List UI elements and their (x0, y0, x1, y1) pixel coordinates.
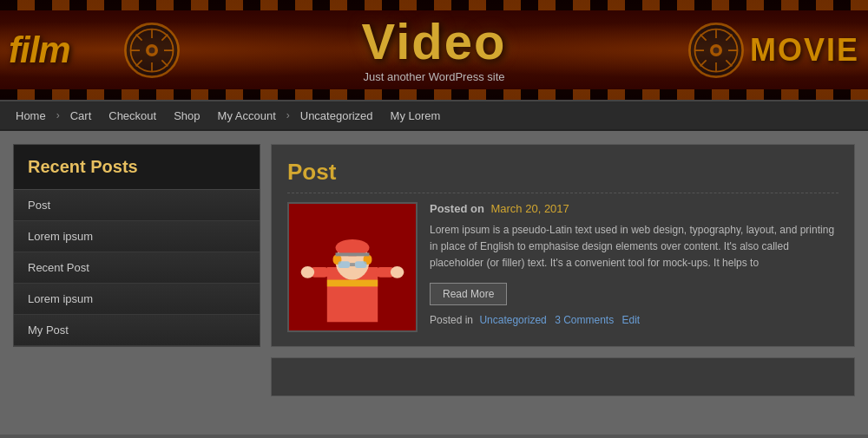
nav-checkout[interactable]: Checkout (100, 101, 165, 129)
nav-my-account[interactable]: My Account (209, 101, 285, 129)
site-header: film Video Just another WordPress site M… (0, 0, 868, 100)
header-film-right: MOVIE (677, 0, 868, 100)
nav-chevron-2: › (285, 109, 292, 121)
list-item: Recent Post (14, 252, 260, 284)
post-content-row: Posted on March 20, 2017 Lorem ipsum is … (287, 202, 838, 332)
nav-shop[interactable]: Shop (165, 101, 208, 129)
edit-link[interactable]: Edit (622, 314, 641, 326)
post-card-partial (271, 357, 855, 396)
nav-uncategorized[interactable]: Uncategorized (292, 101, 382, 129)
post-card: Post (271, 144, 855, 347)
svg-point-7 (713, 47, 720, 53)
thumbnail-image (289, 204, 416, 330)
svg-rect-18 (350, 263, 355, 266)
posted-on-label: Posted on (430, 202, 484, 215)
read-more-button[interactable]: Read More (430, 283, 507, 305)
recent-post-link-1[interactable]: Post (14, 190, 260, 220)
svg-rect-15 (336, 252, 370, 256)
post-title: Post (287, 159, 838, 193)
recent-post-link-4[interactable]: Lorem ipsum (14, 284, 260, 314)
svg-rect-17 (355, 261, 367, 268)
recent-post-link-2[interactable]: Lorem ipsum (14, 221, 260, 252)
content-area: Post (271, 144, 855, 422)
header-film-left: film (0, 0, 191, 100)
list-item: Lorem ipsum (14, 221, 260, 252)
recent-posts-widget: Recent Posts Post Lorem ipsum Recent Pos… (13, 144, 260, 347)
post-excerpt: Lorem ipsum is a pseudo-Latin text used … (430, 222, 838, 272)
svg-point-21 (301, 266, 315, 278)
recent-post-link-3[interactable]: Recent Post (14, 252, 260, 283)
nav-my-lorem[interactable]: My Lorem (382, 101, 450, 129)
svg-point-3 (149, 47, 155, 53)
nav-cart[interactable]: Cart (62, 101, 101, 129)
category-link[interactable]: Uncategorized (479, 314, 546, 326)
post-thumbnail (287, 202, 418, 332)
comments-link[interactable]: 3 Comments (555, 314, 614, 326)
post-meta: Posted on March 20, 2017 Lorem ipsum is … (430, 202, 838, 332)
site-title: Video (362, 16, 507, 67)
header-center: Video Just another WordPress site (362, 16, 507, 83)
main-navigation: Home › Cart Checkout Shop My Account › U… (0, 100, 868, 131)
sidebar: Recent Posts Post Lorem ipsum Recent Pos… (13, 144, 260, 422)
list-item: My Post (14, 315, 260, 346)
list-item: Lorem ipsum (14, 284, 260, 315)
post-footer: Posted in Uncategorized 3 Comments Edit (430, 314, 838, 326)
posted-in-label: Posted in (430, 314, 473, 326)
nav-home[interactable]: Home (7, 101, 55, 129)
recent-post-link-5[interactable]: My Post (14, 315, 260, 345)
list-item: Post (14, 190, 260, 221)
posted-on-line: Posted on March 20, 2017 (430, 202, 838, 215)
main-container: Recent Posts Post Lorem ipsum Recent Pos… (0, 131, 868, 435)
svg-point-22 (391, 266, 404, 278)
recent-posts-list: Post Lorem ipsum Recent Post Lorem ipsum… (14, 190, 260, 346)
svg-rect-10 (327, 280, 378, 287)
recent-posts-title: Recent Posts (14, 145, 260, 190)
film-label: film (9, 29, 70, 71)
film-reel-right-icon (686, 20, 746, 81)
site-tagline: Just another WordPress site (362, 70, 507, 83)
nav-chevron-1: › (55, 109, 62, 121)
worker-illustration (289, 204, 416, 330)
posted-on-date: March 20, 2017 (490, 202, 569, 215)
movie-label: MOVIE (750, 32, 859, 69)
film-reel-left-icon (122, 20, 182, 81)
svg-rect-16 (338, 261, 350, 268)
